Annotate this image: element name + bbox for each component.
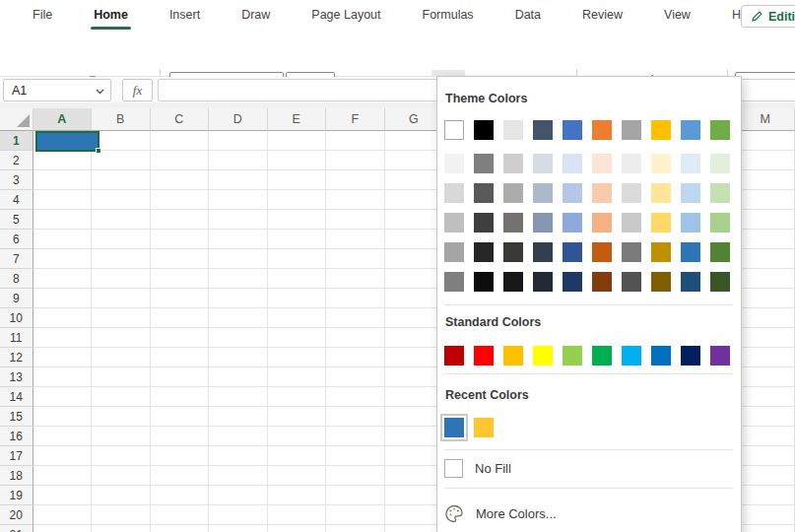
theme-tint-swatch[interactable] xyxy=(444,272,464,292)
cell-b6[interactable] xyxy=(92,230,151,249)
theme-color-swatch[interactable] xyxy=(681,120,700,140)
cell-b2[interactable] xyxy=(92,151,151,170)
more-colors-option[interactable]: More Colors... xyxy=(437,503,741,523)
cell-e10[interactable] xyxy=(268,308,327,328)
cell-c13[interactable] xyxy=(151,367,210,387)
cell-e16[interactable] xyxy=(268,427,327,446)
cell-g4[interactable] xyxy=(385,190,444,210)
cell-m2[interactable] xyxy=(737,151,795,170)
cell-m13[interactable] xyxy=(737,367,795,387)
theme-tint-swatch[interactable] xyxy=(474,242,494,262)
cell-b13[interactable] xyxy=(92,367,151,387)
cell-b16[interactable] xyxy=(92,427,151,446)
theme-tint-swatch[interactable] xyxy=(622,242,641,262)
cell-c11[interactable] xyxy=(151,328,210,348)
theme-color-swatch[interactable] xyxy=(622,120,641,140)
cell-m9[interactable] xyxy=(737,289,795,308)
fill-handle[interactable] xyxy=(96,148,101,154)
cell-e1[interactable] xyxy=(268,131,327,151)
selected-cell-a1[interactable] xyxy=(35,131,99,152)
cell-f20[interactable] xyxy=(326,505,385,525)
theme-tint-swatch[interactable] xyxy=(563,242,582,262)
select-all-button[interactable] xyxy=(0,108,33,131)
theme-tint-swatch[interactable] xyxy=(592,183,612,203)
cell-c5[interactable] xyxy=(151,210,210,230)
theme-tint-swatch[interactable] xyxy=(563,154,582,173)
theme-tint-swatch[interactable] xyxy=(681,242,700,262)
cell-a20[interactable] xyxy=(33,505,93,525)
cell-d21[interactable] xyxy=(209,525,268,532)
cell-b18[interactable] xyxy=(92,466,151,486)
theme-tint-swatch[interactable] xyxy=(681,213,700,233)
cell-f4[interactable] xyxy=(326,190,385,210)
cell-e3[interactable] xyxy=(268,170,327,190)
cell-d19[interactable] xyxy=(209,486,268,505)
cell-d20[interactable] xyxy=(209,505,268,525)
cell-g10[interactable] xyxy=(385,308,444,328)
cell-e19[interactable] xyxy=(268,486,327,505)
cell-b5[interactable] xyxy=(92,210,151,230)
cell-e7[interactable] xyxy=(268,249,327,269)
cell-f15[interactable] xyxy=(326,407,385,427)
cell-f11[interactable] xyxy=(326,328,385,348)
theme-tint-swatch[interactable] xyxy=(622,213,641,233)
cell-g20[interactable] xyxy=(385,505,444,525)
cell-m14[interactable] xyxy=(737,387,795,407)
row-header-18[interactable]: 18 xyxy=(0,466,33,486)
cell-d2[interactable] xyxy=(209,151,268,170)
cell-g21[interactable] xyxy=(385,525,444,532)
cell-c20[interactable] xyxy=(151,505,210,525)
cell-d6[interactable] xyxy=(209,230,268,249)
cell-c3[interactable] xyxy=(151,170,210,190)
row-header-7[interactable]: 7 xyxy=(0,249,33,269)
theme-tint-swatch[interactable] xyxy=(503,183,523,203)
cell-d3[interactable] xyxy=(209,170,268,190)
theme-tint-swatch[interactable] xyxy=(474,183,494,203)
theme-color-swatch[interactable] xyxy=(592,120,612,140)
standard-color-swatch[interactable] xyxy=(710,346,730,366)
cell-e14[interactable] xyxy=(268,387,327,407)
row-header-11[interactable]: 11 xyxy=(0,328,33,348)
cell-g15[interactable] xyxy=(385,407,444,427)
column-header-m[interactable]: M xyxy=(737,108,795,131)
cell-a8[interactable] xyxy=(33,269,93,289)
theme-color-swatch[interactable] xyxy=(651,120,671,140)
theme-tint-swatch[interactable] xyxy=(681,154,700,173)
cell-a19[interactable] xyxy=(33,486,93,505)
theme-color-swatch[interactable] xyxy=(533,120,553,140)
cell-b15[interactable] xyxy=(92,407,151,427)
theme-tint-swatch[interactable] xyxy=(503,272,523,292)
cell-f9[interactable] xyxy=(326,289,385,308)
menu-tab-insert[interactable]: Insert xyxy=(149,0,221,30)
cell-m19[interactable] xyxy=(737,486,795,505)
recent-color-swatch[interactable] xyxy=(444,418,464,437)
cell-f19[interactable] xyxy=(326,486,385,505)
column-header-b[interactable]: B xyxy=(92,108,151,131)
cell-c10[interactable] xyxy=(151,308,210,328)
row-header-8[interactable]: 8 xyxy=(0,269,33,289)
theme-tint-swatch[interactable] xyxy=(474,272,494,292)
cell-d12[interactable] xyxy=(209,348,268,367)
column-header-c[interactable]: C xyxy=(151,108,210,131)
standard-color-swatch[interactable] xyxy=(444,346,464,366)
cell-m3[interactable] xyxy=(737,170,795,190)
cell-f5[interactable] xyxy=(326,210,385,230)
theme-tint-swatch[interactable] xyxy=(622,183,641,203)
cell-f8[interactable] xyxy=(326,269,385,289)
theme-tint-swatch[interactable] xyxy=(681,183,700,203)
theme-color-swatch[interactable] xyxy=(444,120,464,140)
cell-c8[interactable] xyxy=(151,269,210,289)
cell-f16[interactable] xyxy=(326,427,385,446)
cell-m12[interactable] xyxy=(737,348,795,367)
cell-e18[interactable] xyxy=(268,466,327,486)
cell-m17[interactable] xyxy=(737,446,795,466)
cell-e6[interactable] xyxy=(268,230,327,249)
cell-e15[interactable] xyxy=(268,407,327,427)
cell-c17[interactable] xyxy=(151,446,210,466)
cell-f6[interactable] xyxy=(326,230,385,249)
cell-e11[interactable] xyxy=(268,328,327,348)
cell-g3[interactable] xyxy=(385,170,444,190)
no-fill-option[interactable]: No Fill xyxy=(437,458,741,478)
cell-c2[interactable] xyxy=(151,151,210,170)
cell-g18[interactable] xyxy=(385,466,444,486)
